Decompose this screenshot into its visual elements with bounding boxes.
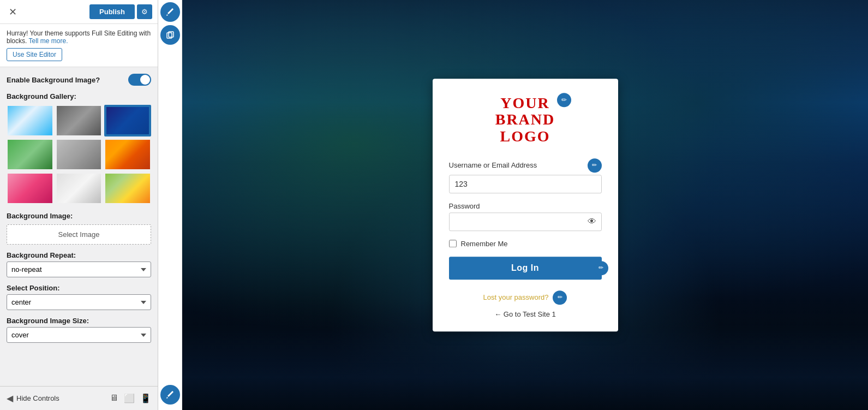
main-preview: YOUR BRAND LOGO ✏ Username or Email Addr…: [182, 0, 868, 410]
username-label: Username or Email Address: [449, 162, 537, 170]
go-to-site: ← Go to Test Site 1: [449, 310, 602, 318]
login-card: YOUR BRAND LOGO ✏ Username or Email Addr…: [433, 79, 618, 331]
select-position-group: Select Position: center top bottom left …: [7, 284, 151, 310]
gallery-item-7[interactable]: [7, 173, 53, 204]
close-button[interactable]: ✕: [5, 5, 20, 19]
hide-controls-area[interactable]: ◀ Hide Controls: [7, 393, 59, 403]
gear-button[interactable]: ⚙: [137, 4, 152, 19]
select-position-label: Select Position:: [7, 284, 151, 292]
publish-button[interactable]: Publish: [89, 4, 135, 19]
bg-size-group: Background Image Size: cover contain aut…: [7, 317, 151, 343]
bg-repeat-label: Background Repeat:: [7, 251, 151, 259]
tell-me-more-link[interactable]: Tell me more.: [28, 37, 68, 45]
remember-me-row: Remember Me: [449, 240, 602, 248]
gallery-item-9[interactable]: [104, 173, 151, 204]
password-label: Password: [449, 202, 480, 210]
card-footer: Lost your password? ✏ ← Go to Test Site …: [449, 290, 602, 318]
bg-repeat-group: Background Repeat: no-repeat repeat repe…: [7, 251, 151, 277]
gallery-item-2[interactable]: [56, 105, 103, 136]
publish-area: Publish ⚙: [89, 4, 152, 19]
bg-repeat-select[interactable]: no-repeat repeat repeat-x repeat-y: [7, 262, 151, 277]
gallery-item-8[interactable]: [56, 173, 103, 204]
select-image-button[interactable]: Select Image: [7, 224, 151, 245]
username-label-row: Username or Email Address ✏: [449, 158, 602, 173]
gallery-label: Background Gallery:: [7, 92, 151, 100]
gallery-item-3[interactable]: [104, 105, 151, 136]
site-editor-button[interactable]: Use Site Editor: [7, 48, 62, 61]
arrow-left-icon: ◀: [7, 393, 13, 403]
edit-lost-password-icon[interactable]: ✏: [553, 290, 567, 305]
side-toolbar: [158, 0, 182, 410]
password-label-row: Password: [449, 202, 602, 210]
paint-tool-button[interactable]: [160, 2, 180, 22]
remember-me-checkbox[interactable]: [449, 240, 457, 248]
hide-controls-text: Hide Controls: [16, 394, 59, 402]
lost-password-link[interactable]: Lost your password?: [483, 294, 549, 302]
enable-bg-label: Enable Background Image?: [7, 76, 100, 84]
edit-logo-icon[interactable]: ✏: [557, 93, 571, 107]
login-btn-wrap: Log In ✏: [449, 257, 602, 280]
view-icons: 🖥 ⬜ 📱: [110, 393, 151, 403]
top-bar: ✕ Publish ⚙: [0, 0, 158, 24]
remember-me-label: Remember Me: [461, 240, 508, 248]
bg-size-label: Background Image Size:: [7, 317, 151, 325]
edit-login-btn-icon[interactable]: ✏: [594, 261, 608, 275]
bg-image-label: Background Image:: [7, 212, 151, 220]
mobile-view-icon[interactable]: 📱: [140, 393, 151, 403]
gallery-item-1[interactable]: [7, 105, 53, 136]
password-input[interactable]: [449, 212, 602, 231]
go-to-site-link[interactable]: ← Go to Test Site 1: [494, 310, 555, 318]
enable-bg-toggle-row: Enable Background Image?: [7, 74, 151, 86]
username-input[interactable]: [449, 175, 602, 193]
password-field-group: Password 👁: [449, 202, 602, 231]
panel-bottom: ◀ Hide Controls 🖥 ⬜ 📱: [0, 386, 158, 410]
enable-bg-toggle[interactable]: [128, 74, 151, 86]
brand-logo-text: YOUR BRAND LOGO: [449, 95, 602, 145]
bottom-tool-button[interactable]: [160, 385, 180, 405]
username-field-group: Username or Email Address ✏: [449, 158, 602, 193]
gallery-item-6[interactable]: [104, 139, 151, 170]
edit-username-label-icon[interactable]: ✏: [588, 158, 602, 173]
tablet-view-icon[interactable]: ⬜: [124, 393, 135, 403]
password-visibility-icon[interactable]: 👁: [588, 217, 596, 227]
left-panel: ✕ Publish ⚙ Hurray! Your theme supports …: [0, 0, 158, 410]
background-gallery: [7, 105, 151, 204]
gallery-item-5[interactable]: [56, 139, 103, 170]
bg-image-section: Background Image: Select Image: [7, 212, 151, 245]
bg-size-select[interactable]: cover contain auto: [7, 327, 151, 343]
gallery-item-4[interactable]: [7, 139, 53, 170]
select-position-select[interactable]: center top bottom left right: [7, 294, 151, 310]
panel-content: Enable Background Image? Background Gall…: [0, 67, 158, 386]
copy-tool-button[interactable]: [160, 25, 180, 45]
login-button[interactable]: Log In: [449, 257, 602, 280]
lost-password-wrap: Lost your password? ✏: [483, 290, 567, 305]
password-input-wrap: 👁: [449, 212, 602, 231]
desktop-view-icon[interactable]: 🖥: [110, 393, 118, 403]
notice-box: Hurray! Your theme supports Full Site Ed…: [0, 24, 158, 67]
brand-logo-area: YOUR BRAND LOGO ✏: [449, 95, 602, 145]
